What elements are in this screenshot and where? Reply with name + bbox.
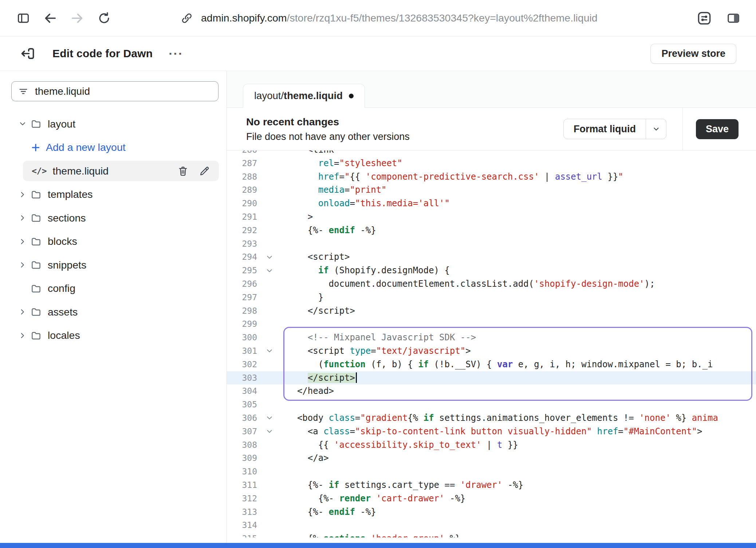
code-line-293[interactable]: 293	[227, 237, 756, 251]
code-line-311[interactable]: 311 {%- if settings.cart_type == 'drawer…	[227, 478, 756, 492]
text-cursor	[356, 372, 357, 383]
chevron-right-icon[interactable]	[17, 214, 28, 222]
chevron-right-icon[interactable]	[17, 332, 28, 340]
line-number: 288	[227, 170, 263, 184]
fold-spacer	[263, 384, 276, 398]
tree-item-blocks[interactable]: blocks	[0, 230, 227, 254]
tree-item-config[interactable]: config	[0, 277, 227, 301]
exit-icon[interactable]	[20, 46, 36, 62]
format-liquid-split-button: Format liquid	[563, 119, 666, 139]
code-line-300[interactable]: 300 <!-- Mixpanel Javascript SDK -->	[227, 331, 756, 344]
fold-spacer	[263, 438, 276, 452]
reload-icon[interactable]	[95, 9, 113, 27]
code-line-289[interactable]: 289 media="print"	[227, 183, 756, 197]
tree-item-theme-liquid[interactable]: </>theme.liquid	[23, 161, 219, 181]
unsaved-dot-icon	[349, 94, 354, 98]
code-text	[276, 317, 287, 331]
chevron-down-icon[interactable]	[17, 120, 28, 128]
line-number: 289	[227, 183, 263, 197]
tab-theme-liquid[interactable]: layout/theme.liquid	[243, 84, 365, 108]
line-number: 295	[227, 264, 263, 277]
code-line-299[interactable]: 299	[227, 317, 756, 331]
folder-icon	[29, 283, 43, 294]
tree-item-sections[interactable]: sections	[0, 206, 227, 230]
code-line-297[interactable]: 297 }	[227, 291, 756, 304]
code-line-304[interactable]: 304 </head>	[227, 384, 756, 398]
code-line-314[interactable]: 314	[227, 518, 756, 532]
code-line-296[interactable]: 296 document.documentElement.classList.a…	[227, 277, 756, 291]
forward-icon[interactable]	[68, 9, 86, 27]
code-line-288[interactable]: 288 href="{{ 'component-predictive-searc…	[227, 170, 756, 184]
trash-icon[interactable]	[177, 165, 189, 177]
chevron-right-icon[interactable]	[17, 238, 28, 246]
line-number: 300	[227, 331, 263, 344]
code-line-310[interactable]: 310	[227, 465, 756, 478]
tree-item-snippets[interactable]: snippets	[0, 253, 227, 277]
line-number: 310	[227, 465, 263, 478]
fold-down-icon[interactable]	[263, 411, 276, 425]
pencil-icon[interactable]	[199, 165, 210, 177]
fold-spacer	[263, 451, 276, 465]
tree-item-assets[interactable]: assets	[0, 300, 227, 324]
fold-down-icon[interactable]	[263, 344, 276, 358]
code-line-302[interactable]: 302 (function (f, b) { if (!b.__SV) { va…	[227, 358, 756, 371]
code-line-298[interactable]: 298 </script>	[227, 304, 756, 318]
caret-down-icon	[652, 125, 661, 133]
line-number: 306	[227, 411, 263, 425]
format-options-button[interactable]	[646, 119, 666, 139]
filter-icon	[18, 86, 28, 97]
folder-icon	[29, 189, 43, 200]
code-line-292[interactable]: 292 {%- endif -%}	[227, 224, 756, 237]
more-icon[interactable]: ···	[169, 50, 183, 57]
address-bar[interactable]: admin.shopify.com/store/rzq1xu-f5/themes…	[181, 12, 598, 24]
url-path: /store/rzq1xu-f5/themes/132683530345?key…	[287, 12, 598, 24]
tree-item-add-a-new-layout[interactable]: Add a new layout	[0, 136, 227, 160]
tree-item-templates[interactable]: templates	[0, 183, 227, 207]
extensions-icon[interactable]	[696, 10, 713, 26]
fold-spacer	[263, 317, 276, 331]
file-filter-input[interactable]	[34, 85, 212, 98]
fold-spacer	[263, 478, 276, 492]
split-view-icon[interactable]	[725, 11, 741, 26]
code-text	[276, 465, 287, 478]
code-line-305[interactable]: 305	[227, 398, 756, 411]
code-line-295[interactable]: 295 if (Shopify.designMode) {	[227, 264, 756, 277]
fold-spacer	[263, 505, 276, 519]
code-line-291[interactable]: 291 >	[227, 210, 756, 224]
fold-down-icon[interactable]	[263, 264, 276, 277]
tree-item-locales[interactable]: locales	[0, 324, 227, 348]
fold-down-icon[interactable]	[263, 250, 276, 264]
back-icon[interactable]	[42, 9, 59, 27]
code-text: </a>	[276, 451, 329, 465]
tree-item-label: assets	[48, 306, 78, 318]
code-line-287[interactable]: 287 rel="stylesheet"	[227, 157, 756, 170]
chevron-right-icon[interactable]	[17, 308, 28, 316]
sidebar-toggle-icon[interactable]	[15, 9, 32, 27]
code-line-294[interactable]: 294 <script>	[227, 250, 756, 264]
code-area[interactable]: 286 <link287 rel="stylesheet"288 href="{…	[227, 150, 756, 543]
format-liquid-button[interactable]: Format liquid	[564, 119, 646, 139]
code-line-309[interactable]: 309 </a>	[227, 451, 756, 465]
tree-item-layout[interactable]: layout	[0, 112, 227, 136]
code-line-286[interactable]: 286 <link	[227, 150, 756, 157]
preview-store-button[interactable]: Preview store	[650, 44, 736, 64]
chevron-right-icon[interactable]	[17, 191, 28, 199]
file-sidebar: layoutAdd a new layout</>theme.liquidtem…	[0, 71, 227, 543]
code-line-307[interactable]: 307 <a class="skip-to-content-link butto…	[227, 425, 756, 438]
code-line-301[interactable]: 301 <script type="text/javascript">	[227, 344, 756, 358]
fold-spacer	[263, 518, 276, 532]
url-domain: admin.shopify.com	[201, 12, 287, 24]
code-line-290[interactable]: 290 onload="this.media='all'"	[227, 197, 756, 210]
save-button[interactable]: Save	[696, 119, 739, 139]
code-line-313[interactable]: 313 {%- endif -%}	[227, 505, 756, 519]
code-line-312[interactable]: 312 {%- render 'cart-drawer' -%}	[227, 492, 756, 505]
code-file-icon: </>	[32, 166, 47, 176]
code-line-303[interactable]: 303 </script>	[227, 371, 756, 385]
code-text: </script>	[276, 304, 355, 318]
fold-down-icon[interactable]	[263, 425, 276, 438]
chevron-right-icon[interactable]	[17, 261, 28, 269]
code-line-308[interactable]: 308 {{ 'accessibility.skip_to_text' | t …	[227, 438, 756, 452]
code-line-306[interactable]: 306 <body class="gradient{% if settings.…	[227, 411, 756, 425]
code-text: rel="stylesheet"	[276, 157, 402, 170]
file-filter-box[interactable]	[11, 81, 218, 101]
